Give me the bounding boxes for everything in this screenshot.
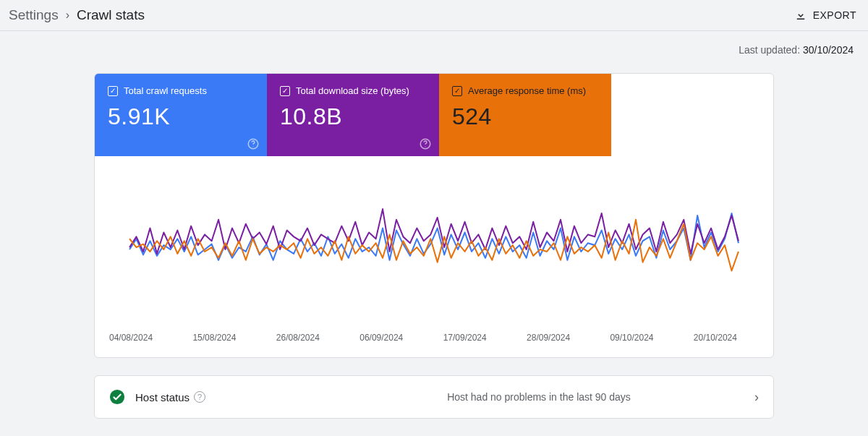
export-label: EXPORT — [813, 9, 856, 21]
metric-response-time[interactable]: ✓ Average response time (ms) 524 — [439, 74, 611, 156]
chevron-right-icon: › — [754, 390, 759, 405]
metric-label-row: ✓ Average response time (ms) — [452, 85, 598, 96]
host-status-title: Host status ? — [135, 391, 323, 403]
download-icon — [794, 9, 807, 22]
svg-point-5 — [597, 146, 597, 147]
content: ✓ Total crawl requests 5.91K ✓ Total dow… — [0, 56, 868, 436]
last-updated: Last updated: 30/10/2024 — [0, 31, 868, 56]
last-updated-date: 30/10/2024 — [803, 44, 854, 56]
checkbox-checked-icon[interactable]: ✓ — [280, 86, 290, 96]
host-status-message: Host had no problems in the last 90 days — [333, 391, 744, 403]
help-icon[interactable]: ? — [194, 391, 205, 403]
help-icon[interactable] — [591, 137, 604, 150]
x-tick: 06/09/2024 — [359, 333, 403, 343]
help-icon[interactable] — [247, 137, 260, 150]
x-tick: 20/10/2024 — [694, 333, 737, 343]
help-icon[interactable] — [419, 137, 432, 150]
metric-value: 524 — [452, 103, 598, 130]
export-button[interactable]: EXPORT — [794, 9, 856, 22]
breadcrumb-current: Crawl stats — [77, 7, 145, 23]
chart-area — [95, 156, 773, 325]
host-status-title-text: Host status — [135, 391, 190, 403]
metric-label: Average response time (ms) — [468, 85, 586, 96]
x-tick: 28/09/2024 — [527, 333, 570, 343]
metric-label-row: ✓ Total crawl requests — [108, 85, 254, 96]
host-status-card[interactable]: Host status ? Host had no problems in th… — [94, 375, 774, 419]
checkbox-checked-icon[interactable]: ✓ — [108, 86, 118, 96]
x-tick: 26/08/2024 — [276, 333, 320, 343]
metric-total-requests[interactable]: ✓ Total crawl requests 5.91K — [95, 74, 267, 156]
checkbox-checked-icon[interactable]: ✓ — [452, 86, 462, 96]
x-tick: 17/09/2024 — [443, 333, 487, 343]
x-tick: 04/08/2024 — [109, 333, 153, 343]
metric-row: ✓ Total crawl requests 5.91K ✓ Total dow… — [95, 74, 773, 156]
crawl-stats-card: ✓ Total crawl requests 5.91K ✓ Total dow… — [94, 73, 774, 358]
status-ok-icon — [109, 389, 125, 405]
svg-point-1 — [252, 146, 253, 147]
metric-download-size[interactable]: ✓ Total download size (bytes) 10.8B — [267, 74, 439, 156]
breadcrumb: Settings › Crawl stats — [9, 7, 145, 23]
metric-label: Total crawl requests — [124, 85, 207, 96]
chevron-right-icon: › — [66, 9, 69, 22]
last-updated-prefix: Last updated: — [739, 44, 803, 56]
chart-x-axis: 04/08/202415/08/202426/08/202406/09/2024… — [95, 325, 773, 357]
metric-value: 5.91K — [108, 103, 254, 130]
metric-value: 10.8B — [280, 103, 426, 130]
x-tick: 15/08/2024 — [192, 333, 236, 343]
svg-point-3 — [425, 146, 425, 147]
breadcrumb-settings[interactable]: Settings — [9, 7, 59, 23]
crawl-stats-chart — [108, 174, 760, 325]
x-tick: 09/10/2024 — [610, 333, 653, 343]
metric-label-row: ✓ Total download size (bytes) — [280, 85, 426, 96]
metric-label: Total download size (bytes) — [296, 85, 409, 96]
header: Settings › Crawl stats EXPORT — [0, 0, 868, 30]
